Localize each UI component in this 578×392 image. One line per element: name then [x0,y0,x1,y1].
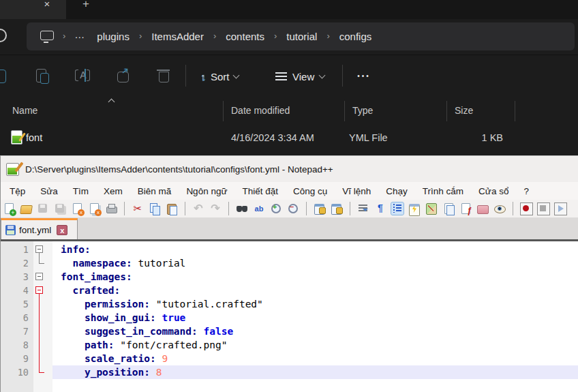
refresh-icon[interactable] [0,29,7,42]
fold-margin[interactable] [33,270,52,284]
breadcrumb-item-itemsadder[interactable]: ItemsAdder [145,28,210,45]
zoom-in-icon[interactable] [270,202,282,215]
menu-tệp[interactable]: Tệp [2,184,33,198]
undo-icon[interactable] [192,202,204,215]
code-text[interactable]: show_in_gui: true [52,311,578,325]
redo-icon[interactable] [209,202,222,215]
function-list-icon[interactable] [459,202,472,215]
copy-icon[interactable] [0,67,9,84]
show-all-characters-icon[interactable] [374,202,386,215]
fold-margin[interactable] [33,284,52,297]
tab-label: font.yml [19,225,51,235]
monitoring-icon[interactable] [493,202,506,215]
copy-icon[interactable] [149,202,161,215]
fold-margin[interactable] [33,311,52,325]
new-file-icon[interactable] [3,202,15,215]
code-line-4: 4 crafted: [1,284,578,297]
column-header-type[interactable]: Type [352,105,373,116]
fold-margin[interactable] [33,365,52,379]
code-editor[interactable]: 1info:2 namespace: tutorial3font_images:… [1,241,578,392]
code-text[interactable]: y_position: 8 [52,365,578,379]
save-all-icon[interactable] [54,202,66,215]
chevron-right-icon: › [271,31,280,42]
macro-play-icon[interactable] [554,202,566,215]
menu-thiết-đặt[interactable]: Thiết đặt [234,184,286,198]
code-text[interactable]: path: "font/crafted.png" [52,338,578,352]
tab-close-icon[interactable]: × [41,0,53,11]
column-separator[interactable] [515,101,515,121]
breadcrumb-item-contents[interactable]: contents [219,28,271,45]
menu-trình-cắm[interactable]: Trình cắm [415,184,471,198]
menu-xem[interactable]: Xem [96,184,130,198]
document-map-icon[interactable] [425,202,438,215]
code-text[interactable]: permission: "tutorial.crafted" [52,297,578,311]
new-tab-icon[interactable]: + [79,0,93,12]
share-icon[interactable] [117,67,133,84]
column-separator[interactable] [446,101,447,121]
breadcrumb-ellipsis[interactable]: … [69,29,91,44]
find-icon[interactable] [236,202,248,215]
sort-button[interactable]: ↑↓ Sort [196,66,243,87]
code-text[interactable]: font_images: [52,270,578,284]
zoom-out-icon[interactable] [287,202,299,215]
macro-stop-icon[interactable] [537,202,549,215]
code-text[interactable]: suggest_in_command: false [52,325,578,338]
document-list-icon[interactable] [442,202,455,215]
menu-?[interactable]: ? [516,184,536,198]
breadcrumb-item-tutorial[interactable]: tutorial [280,28,323,45]
column-separator[interactable] [223,101,224,121]
fold-margin[interactable] [33,256,52,270]
menu-sửa[interactable]: Sửa [33,184,65,198]
menu-chạy[interactable]: Chạy [378,184,415,198]
npp-title-bar[interactable]: D:\Server\plugins\ItemsAdder\contents\tu… [1,156,578,182]
menu-cửa-sổ[interactable]: Cửa sổ [471,184,516,198]
delete-icon[interactable] [156,67,172,84]
breadcrumb-item-configs[interactable]: configs [333,28,378,45]
open-file-icon[interactable] [20,202,32,215]
fold-margin[interactable] [33,325,52,338]
fold-margin[interactable] [33,338,52,352]
fold-margin[interactable] [33,243,52,256]
sync-horizontal-scroll-icon[interactable] [331,202,343,215]
show-indent-guide-icon[interactable] [391,202,404,215]
column-header-date-modified[interactable]: Date modified [231,105,290,116]
menu-biên-mã[interactable]: Biên mã [130,184,179,198]
code-text[interactable]: info: [52,243,578,256]
save-icon[interactable] [37,202,49,215]
column-separator[interactable] [344,101,345,121]
sync-vertical-scroll-icon[interactable] [314,202,326,215]
tab-font-yml[interactable]: font.yml x [1,218,78,239]
menu-vĩ-lệnh[interactable]: Vĩ lệnh [335,184,378,198]
paste-icon[interactable] [34,67,50,84]
menu-công-cụ[interactable]: Công cụ [286,184,335,198]
print-icon[interactable] [105,202,117,215]
column-header-size[interactable]: Size [455,105,473,116]
folder-as-workspace-icon[interactable] [476,202,489,215]
code-text[interactable]: namespace: tutorial [52,256,578,270]
file-name[interactable]: font [26,132,42,143]
menu-ngôn-ngữ[interactable]: Ngôn ngữ [179,184,234,198]
close-all-files-icon[interactable] [88,202,100,215]
fold-margin[interactable] [33,352,52,365]
close-file-icon[interactable] [71,202,83,215]
replace-icon[interactable] [253,202,265,215]
breadcrumb-item-plugins[interactable]: plugins [91,28,136,45]
code-text[interactable]: crafted: [52,284,578,297]
view-button[interactable]: View [271,66,329,87]
see-more-button[interactable]: ••• [352,66,376,87]
cut-icon[interactable] [132,202,144,215]
paste-icon[interactable] [166,202,178,215]
toolbar-separator [124,202,125,215]
word-wrap-icon[interactable] [357,202,369,215]
fold-margin[interactable] [33,297,52,311]
rename-icon[interactable] [75,67,91,84]
column-header-name[interactable]: Name [12,105,37,116]
macro-record-icon[interactable] [520,202,532,215]
menu-tìm[interactable]: Tìm [65,184,96,198]
explorer-active-tab[interactable]: × [0,0,66,19]
file-row[interactable]: font 4/16/2024 3:34 AM YML File 1 KB [0,126,578,151]
code-text[interactable]: scale_ratio: 9 [52,352,578,365]
define-language-icon[interactable] [408,202,421,215]
tab-close-icon[interactable]: x [57,225,67,235]
address-bar[interactable]: › … plugins›ItemsAdder›contents›tutorial… [27,22,575,50]
